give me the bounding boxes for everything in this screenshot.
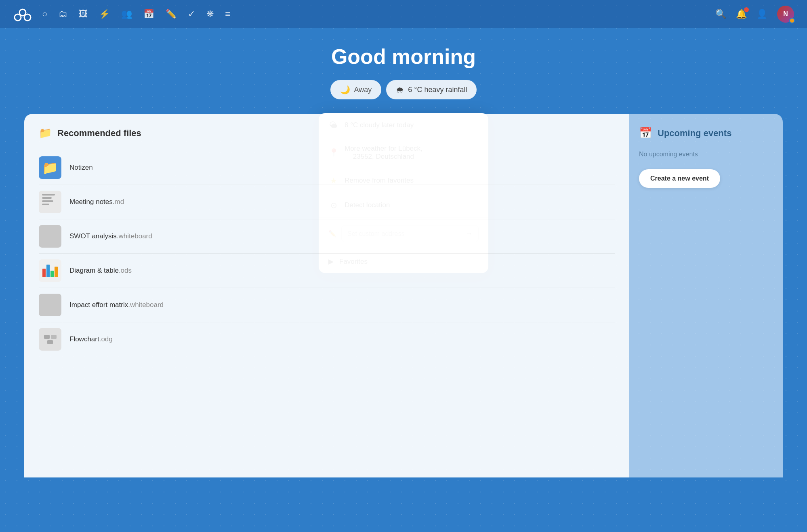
folder-thumb: 📁 xyxy=(39,156,61,179)
photos-nav-icon[interactable]: 🖼 xyxy=(79,9,88,19)
notes-nav-icon[interactable]: ✏️ xyxy=(166,9,177,19)
notifications-button[interactable]: 🔔 xyxy=(736,9,747,19)
avatar-status-badge xyxy=(789,18,795,23)
search-icon: 🔍 xyxy=(715,9,726,19)
file-name: Notizen xyxy=(69,164,93,172)
folder-header-icon: 📁 xyxy=(39,127,52,139)
greeting-title: Good morning xyxy=(0,44,807,69)
ods-thumb xyxy=(39,259,61,282)
files-panel: 📁 Recommended files 📁 Notizen xyxy=(24,114,629,477)
top-navigation: ○ 🗂 🖼 ⚡ 👥 📅 ✏️ ✓ ❋ ≡ 🔍 🔔 👤 N xyxy=(0,0,807,28)
dashboard-nav-icon[interactable]: ○ xyxy=(42,9,47,19)
md-thumb xyxy=(39,191,61,213)
files-nav-icon[interactable]: 🗂 xyxy=(59,9,67,19)
events-panel: 📅 Upcoming events No upcoming events Cre… xyxy=(629,114,783,477)
list-item[interactable]: Meeting notes.md xyxy=(39,185,615,219)
pills-row: 🌙 Away 🌧 6 °C heavy rainfall xyxy=(0,80,807,99)
app-logo[interactable] xyxy=(13,4,32,24)
files-panel-title: Recommended files xyxy=(57,128,141,139)
file-name: SWOT analysis.whiteboard xyxy=(69,232,152,240)
file-list: 📁 Notizen Meeting notes.md SWOT xyxy=(39,151,615,356)
list-item[interactable]: Impact effort matrix.whiteboard xyxy=(39,288,615,322)
svg-point-1 xyxy=(15,14,21,21)
avatar[interactable]: N xyxy=(777,6,794,23)
search-button[interactable]: 🔍 xyxy=(715,9,726,19)
calendar-header-icon: 📅 xyxy=(639,127,652,139)
menu-nav-icon[interactable]: ≡ xyxy=(225,9,230,19)
svg-point-2 xyxy=(24,14,31,21)
other-nav-icon[interactable]: ❋ xyxy=(206,9,214,19)
file-name: Impact effort matrix.whiteboard xyxy=(69,301,164,309)
events-panel-title: Upcoming events xyxy=(658,128,731,139)
nav-icons: ○ 🗂 🖼 ⚡ 👥 📅 ✏️ ✓ ❋ ≡ xyxy=(42,9,715,19)
calendar-nav-icon[interactable]: 📅 xyxy=(143,9,154,19)
list-item[interactable]: Flowchart.odg xyxy=(39,322,615,356)
moon-icon: 🌙 xyxy=(340,85,350,95)
file-name: Diagram & table.ods xyxy=(69,267,132,275)
whiteboard2-thumb xyxy=(39,294,61,316)
content-area: 📁 Recommended files 📁 Notizen xyxy=(0,114,807,477)
no-events-text: No upcoming events xyxy=(639,151,773,158)
contacts-nav-icon[interactable]: 👥 xyxy=(121,9,132,19)
away-label: Away xyxy=(354,86,372,94)
weather-label: 6 °C heavy rainfall xyxy=(408,86,467,94)
user-menu-button[interactable]: 👤 xyxy=(757,9,767,19)
whiteboard-thumb xyxy=(39,225,61,248)
files-panel-header: 📁 Recommended files xyxy=(39,127,615,139)
activity-nav-icon[interactable]: ⚡ xyxy=(99,9,110,19)
avatar-initials: N xyxy=(783,11,788,18)
greeting-section: Good morning 🌙 Away 🌧 6 °C heavy rainfal… xyxy=(0,28,807,107)
list-item[interactable]: Diagram & table.ods xyxy=(39,254,615,288)
tasks-nav-icon[interactable]: ✓ xyxy=(188,9,195,19)
topnav-right: 🔍 🔔 👤 N xyxy=(715,6,794,23)
list-item[interactable]: SWOT analysis.whiteboard xyxy=(39,219,615,254)
file-name: Flowchart.odg xyxy=(69,335,113,343)
notification-badge xyxy=(744,7,749,12)
list-item[interactable]: 📁 Notizen xyxy=(39,151,615,185)
create-event-button[interactable]: Create a new event xyxy=(639,169,720,188)
away-pill[interactable]: 🌙 Away xyxy=(330,80,382,99)
file-name: Meeting notes.md xyxy=(69,198,124,206)
events-panel-header: 📅 Upcoming events xyxy=(639,127,773,139)
rain-icon: 🌧 xyxy=(396,85,404,95)
user-icon: 👤 xyxy=(757,9,767,19)
odg-thumb xyxy=(39,328,61,351)
weather-pill[interactable]: 🌧 6 °C heavy rainfall xyxy=(386,80,477,99)
